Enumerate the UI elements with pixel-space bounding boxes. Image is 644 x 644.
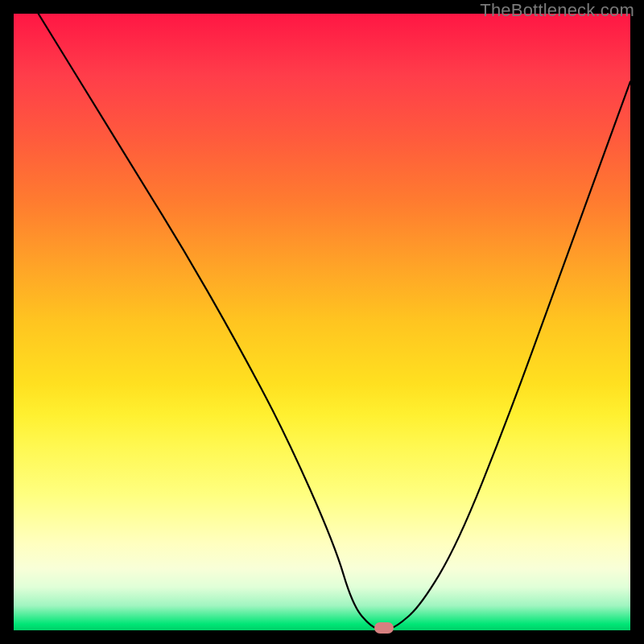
bottleneck-curve [39, 14, 630, 630]
watermark-text: TheBottleneck.com [480, 0, 634, 21]
plot-area [14, 14, 630, 630]
chart-container: TheBottleneck.com [0, 0, 644, 644]
optimal-marker [374, 622, 394, 634]
curve-svg [14, 14, 630, 630]
